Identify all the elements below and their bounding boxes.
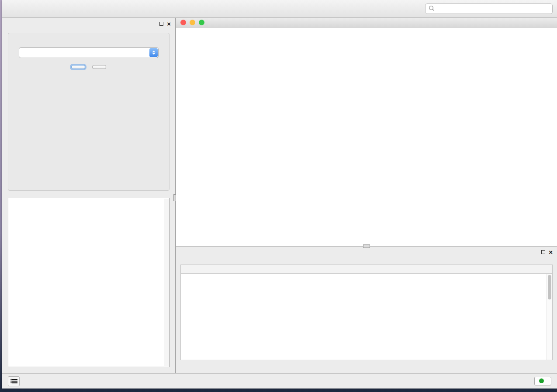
close-panel-button[interactable]: [92, 65, 106, 69]
memory-button[interactable]: [534, 377, 551, 385]
mcds-result-list[interactable]: [8, 198, 169, 202]
table-scrollbar[interactable]: [547, 274, 552, 360]
close-window-button[interactable]: [180, 20, 186, 25]
table-scrollbar-thumb[interactable]: [548, 275, 551, 299]
status-bar: [2, 373, 557, 389]
network-canvas[interactable]: [176, 28, 557, 246]
horizontal-split-divider[interactable]: [176, 246, 557, 247]
float-panel-icon[interactable]: [159, 22, 163, 26]
maximize-window-button[interactable]: [199, 20, 204, 25]
search-icon: [429, 5, 435, 13]
minimize-window-button[interactable]: [190, 20, 195, 25]
panel-menu-button[interactable]: [8, 376, 20, 386]
close-panel-icon[interactable]: ×: [167, 21, 171, 26]
mcds-options-box: [8, 33, 170, 191]
cytoscape-window: ×: [2, 0, 557, 389]
network-window: [176, 18, 557, 246]
search-input[interactable]: [437, 6, 549, 12]
network-search-box[interactable]: [425, 3, 553, 14]
table-toolbar: [176, 256, 557, 265]
run-mcds-button[interactable]: [71, 65, 85, 69]
float-table-panel-icon[interactable]: [541, 250, 545, 254]
horizontal-split-handle[interactable]: [363, 244, 370, 248]
list-icon: [10, 378, 17, 384]
mcds-result-box: [8, 198, 170, 367]
vertical-split-handle[interactable]: [173, 194, 176, 201]
result-scrollbar[interactable]: [164, 199, 169, 366]
network-titlebar[interactable]: [176, 18, 557, 28]
table-panel: ×: [176, 247, 557, 373]
control-panel: ×: [2, 18, 176, 373]
main-toolbar: [2, 0, 557, 18]
close-table-panel-icon[interactable]: ×: [549, 250, 553, 254]
node-table: [180, 265, 553, 360]
desktop: ×: [0, 0, 557, 392]
memory-status-icon: [539, 378, 544, 383]
dropdown-stepper-icon: [149, 48, 158, 57]
criterion-dropdown[interactable]: [19, 47, 159, 58]
